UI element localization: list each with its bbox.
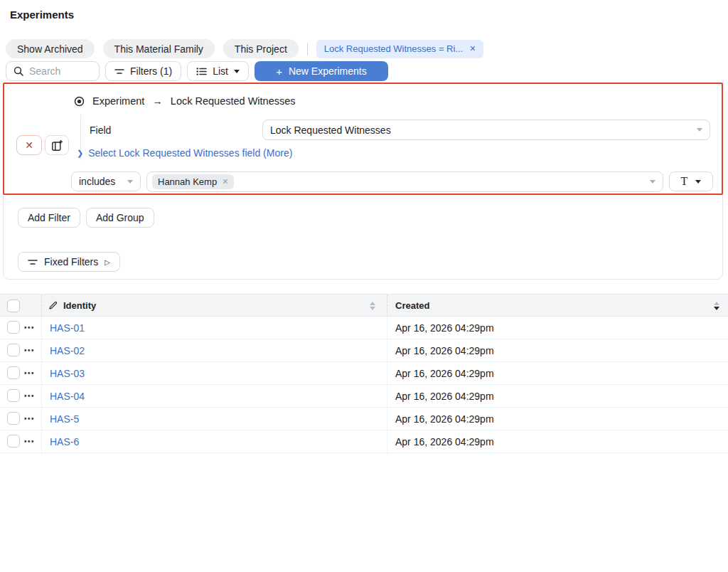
created-cell: Apr 16, 2026 04:29pm (395, 385, 494, 407)
chevron-down-icon (127, 180, 133, 184)
fixed-filters-label: Fixed Filters (44, 256, 98, 268)
table-body: ••• HAS-01 Apr 16, 2026 04:29pm ••• HAS-… (0, 317, 728, 453)
filter-path-label: Lock Requested Witnesses (171, 95, 296, 107)
operator-select[interactable]: includes (71, 171, 141, 191)
row-menu-icon[interactable]: ••• (24, 339, 35, 361)
add-to-group-button[interactable] (45, 135, 69, 155)
remove-condition-button[interactable]: ✕ (16, 135, 42, 155)
table-header: Identity Created (0, 294, 728, 317)
table-row: ••• HAS-03 Apr 16, 2026 04:29pm (0, 362, 728, 385)
row-checkbox[interactable] (7, 366, 20, 379)
filters-button-label: Filters (1) (130, 65, 172, 77)
created-cell: Apr 16, 2026 04:29pm (395, 408, 494, 430)
row-menu-icon[interactable]: ••• (24, 317, 35, 339)
new-experiments-label: New Experiments (289, 65, 367, 77)
plus-icon: + (276, 65, 282, 78)
triangle-right-icon: ▷ (105, 258, 110, 266)
field-label: Field (90, 125, 111, 136)
created-cell: Apr 16, 2026 04:29pm (395, 430, 494, 452)
identity-sort-control[interactable] (370, 295, 375, 317)
created-header-label: Created (395, 300, 429, 311)
pill-this-project[interactable]: This Project (223, 39, 299, 58)
group-add-icon (51, 139, 63, 152)
identity-link[interactable]: HAS-02 (50, 339, 85, 361)
table-row: ••• HAS-5 Apr 16, 2026 04:29pm (0, 408, 728, 430)
quick-filter-row: Show Archived This Material Family This … (6, 39, 483, 58)
identity-link[interactable]: HAS-01 (50, 317, 85, 339)
created-cell: Apr 16, 2026 04:29pm (395, 317, 494, 339)
identity-link[interactable]: HAS-04 (50, 385, 85, 407)
filter-icon (28, 258, 38, 266)
add-filter-button[interactable]: Add Filter (18, 208, 80, 228)
filter-value-input[interactable]: Hannah Kemp ✕ (146, 171, 663, 192)
chevron-down-icon (650, 180, 655, 184)
value-type-button[interactable]: T (669, 171, 713, 191)
identity-column-header[interactable]: Identity (48, 295, 96, 317)
filter-condition-header: Experiment → Lock Requested Witnesses (74, 95, 296, 107)
row-menu-icon[interactable]: ••• (24, 430, 35, 452)
radio-selected-icon[interactable] (74, 96, 85, 107)
row-checkbox[interactable] (7, 412, 20, 425)
row-menu-icon[interactable]: ••• (24, 362, 35, 384)
column-separator (387, 295, 387, 317)
table-row: ••• HAS-02 Apr 16, 2026 04:29pm (0, 339, 728, 362)
identity-header-label: Identity (63, 300, 96, 311)
close-icon: ✕ (25, 139, 33, 151)
row-checkbox[interactable] (7, 321, 20, 334)
value-tag: Hannah Kemp ✕ (152, 174, 234, 189)
created-sort-control[interactable] (714, 295, 719, 317)
active-filter-chip[interactable]: Lock Requested Witnesses = Ri... ✕ (316, 40, 484, 58)
column-separator (41, 295, 42, 317)
view-mode-label: List (213, 65, 228, 77)
row-menu-icon[interactable]: ••• (24, 408, 35, 430)
search-input[interactable] (29, 65, 93, 77)
pill-divider (307, 43, 308, 55)
chevron-down-icon (234, 70, 240, 73)
select-field-link[interactable]: ❯ Select Lock Requested Witnesses field … (77, 147, 292, 159)
row-checkbox[interactable] (7, 389, 20, 402)
tag-close-icon[interactable]: ✕ (222, 177, 228, 186)
identity-link[interactable]: HAS-5 (50, 408, 79, 430)
active-filter-chip-label: Lock Requested Witnesses = Ri... (324, 43, 463, 54)
operator-value: includes (79, 176, 115, 187)
experiments-page: Experiments Show Archived This Material … (0, 0, 728, 572)
add-filter-label: Add Filter (28, 212, 70, 223)
field-select-value: Lock Requested Witnesses (270, 125, 391, 136)
table-row: ••• HAS-01 Apr 16, 2026 04:29pm (0, 317, 728, 339)
row-checkbox[interactable] (7, 344, 20, 356)
filter-builder-panel: Experiment → Lock Requested Witnesses Fi… (3, 83, 723, 280)
sort-desc-icon (714, 302, 719, 310)
chevron-right-icon: ❯ (77, 149, 83, 158)
list-icon (196, 67, 207, 76)
identity-link[interactable]: HAS-6 (50, 430, 79, 452)
pill-this-material-family[interactable]: This Material Family (103, 39, 215, 58)
field-select[interactable]: Lock Requested Witnesses (262, 120, 710, 140)
view-mode-button[interactable]: List (187, 61, 249, 81)
pill-show-archived[interactable]: Show Archived (6, 39, 95, 58)
new-experiments-button[interactable]: + New Experiments (255, 61, 388, 81)
identity-link[interactable]: HAS-03 (50, 362, 85, 384)
page-title: Experiments (10, 9, 74, 21)
chip-close-icon[interactable]: ✕ (469, 44, 476, 53)
toolbar: Filters (1) List + New Experiments (6, 61, 388, 81)
arrow-right-icon: → (152, 95, 163, 107)
builder-actions: Add Filter Add Group (18, 208, 154, 228)
pencil-icon (48, 301, 58, 310)
select-all-cell (7, 295, 20, 317)
condition-actions: ✕ (16, 135, 69, 155)
search-box[interactable] (6, 61, 100, 81)
filters-button[interactable]: Filters (1) (105, 61, 181, 81)
search-icon (14, 66, 23, 76)
created-column-header[interactable]: Created (395, 295, 429, 317)
table-row: ••• HAS-6 Apr 16, 2026 04:29pm (0, 430, 728, 453)
filter-icon (114, 68, 124, 75)
chevron-down-icon (695, 180, 701, 184)
filter-entity-label: Experiment (92, 95, 144, 107)
fixed-filters-button[interactable]: Fixed Filters ▷ (18, 252, 120, 272)
row-checkbox[interactable] (7, 435, 20, 447)
row-menu-icon[interactable]: ••• (24, 385, 35, 407)
add-group-label: Add Group (96, 212, 144, 223)
add-group-button[interactable]: Add Group (86, 208, 154, 228)
select-all-checkbox[interactable] (7, 300, 20, 312)
value-tag-label: Hannah Kemp (158, 176, 217, 187)
